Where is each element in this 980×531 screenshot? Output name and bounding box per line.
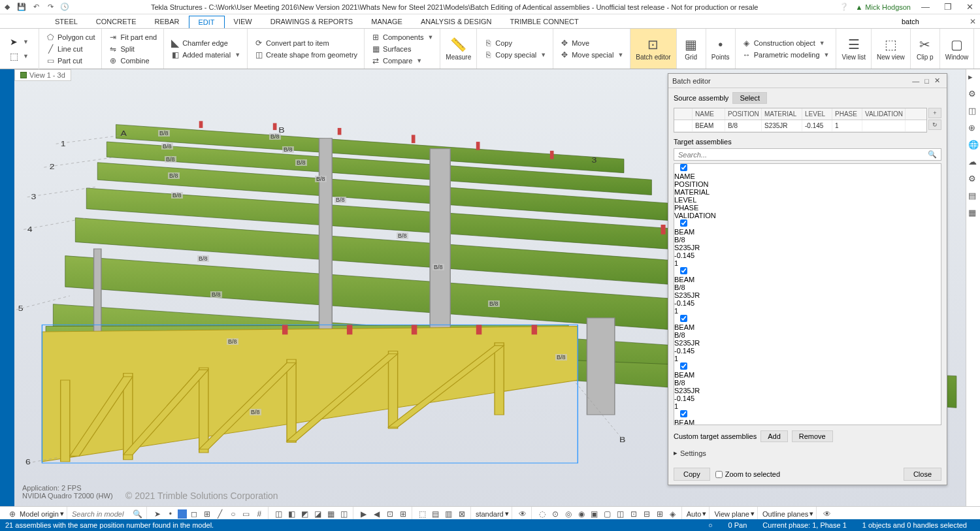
eye-icon[interactable]: 👁 [517, 508, 529, 520]
table-row[interactable]: BEAM B/8 S235JR -0.145 1 [674, 410, 941, 425]
tb-s-icon[interactable]: ▣ [589, 508, 600, 520]
col-position[interactable]: POSITION [725, 108, 762, 120]
tb-j-icon[interactable]: ⊞ [397, 508, 409, 520]
tb-u-icon[interactable]: ◫ [615, 508, 627, 520]
tb-e-icon[interactable]: ▦ [325, 508, 337, 520]
search-icon[interactable]: 🔍 [928, 150, 937, 159]
tb-b-icon[interactable]: ◧ [286, 508, 298, 520]
remove-button[interactable]: Remove [792, 430, 833, 442]
tb-w-icon[interactable]: ⊟ [641, 508, 653, 520]
combine-button[interactable]: ⊕Combine [107, 56, 158, 66]
select-button[interactable]: Select [732, 92, 767, 104]
viewplane-dropdown[interactable]: View plane ▾ [714, 509, 755, 518]
tab-edit[interactable]: EDIT [189, 16, 225, 28]
tb-n-icon[interactable]: ⊠ [456, 508, 468, 520]
measure-button[interactable]: 📏Measure [440, 29, 477, 69]
row-checkbox[interactable] [680, 267, 687, 274]
copy-button[interactable]: ⎘Copy [482, 38, 547, 48]
close-button[interactable]: ✕ [962, 2, 977, 12]
col-phase[interactable]: PHASE [832, 108, 862, 120]
row-checkbox[interactable] [680, 315, 687, 322]
batch-editor-button[interactable]: ⊡Batch editor [630, 29, 676, 69]
add-button[interactable]: Add [760, 430, 788, 442]
pick-icon[interactable]: ⬚ [10, 51, 20, 61]
move-button[interactable]: ✥Move [559, 38, 625, 48]
tb-o-icon[interactable]: ◌ [536, 508, 548, 520]
panel-minimize-icon[interactable]: — [909, 77, 922, 85]
model-search-icon[interactable]: 🔍 [132, 508, 144, 520]
tb-g-icon[interactable]: ▶ [358, 508, 370, 520]
tab-drawings[interactable]: DRAWINGS & REPORTS [261, 16, 363, 27]
new-view-button[interactable]: ⬚New view [872, 29, 911, 69]
refresh-source-icon[interactable]: ↻ [928, 120, 941, 130]
snap-circle-icon[interactable]: ○ [227, 508, 239, 520]
help-icon[interactable]: ❔ [840, 3, 849, 12]
origin-icon[interactable]: ⊕ [7, 508, 18, 520]
col-level[interactable]: LEVEL [802, 108, 832, 120]
move-special-button[interactable]: ✥Move special▼ [559, 50, 625, 60]
tb-q-icon[interactable]: ◎ [563, 508, 574, 520]
line-cut-button[interactable]: ╱Line cut [44, 44, 96, 54]
tb-k-icon[interactable]: ⬚ [417, 508, 429, 520]
undo-icon[interactable]: ↶ [31, 3, 41, 12]
rs-icon-8[interactable]: ▦ [968, 208, 979, 218]
select-arrow-icon[interactable]: ➤ [152, 508, 163, 520]
rs-icon-2[interactable]: ◫ [968, 106, 979, 116]
tab-analysis[interactable]: ANALYSIS & DESIGN [412, 16, 501, 27]
tb-c-icon[interactable]: ◩ [299, 508, 311, 520]
snap-dot-icon[interactable]: • [165, 508, 176, 520]
grid-button[interactable]: ▦Grid [677, 29, 706, 69]
tab-view[interactable]: VIEW [225, 16, 261, 27]
part-cut-button[interactable]: ▭Part cut [44, 56, 96, 66]
view-list-button[interactable]: ☰View list [836, 29, 872, 69]
create-shape-button[interactable]: ◫Create shape from geometry [253, 50, 359, 60]
snap-grid-icon[interactable]: ⊞ [201, 508, 213, 520]
tb-i-icon[interactable]: ⊡ [384, 508, 396, 520]
snap-rect-icon[interactable]: ▭ [240, 508, 252, 520]
construction-obj-button[interactable]: ◈Construction object▼ [741, 38, 831, 48]
tab-trimble[interactable]: TRIMBLE CONNECT [501, 16, 588, 27]
rs-icon-1[interactable]: ⚙ [968, 89, 979, 99]
tb-v-icon[interactable]: ⊡ [628, 508, 640, 520]
standard-dropdown[interactable]: standard ▾ [476, 509, 509, 518]
points-button[interactable]: •Points [706, 29, 736, 69]
minimize-button[interactable]: — [917, 2, 934, 12]
outline-dropdown[interactable]: Outline planes ▾ [762, 509, 813, 518]
rs-icon-5[interactable]: ☁ [968, 157, 979, 167]
viewport[interactable]: View 1 - 3d [14, 69, 966, 511]
tb-d-icon[interactable]: ◪ [312, 508, 324, 520]
model-search-input[interactable] [72, 510, 131, 518]
panel-maximize-icon[interactable]: □ [922, 77, 932, 85]
table-row[interactable]: BEAM B/8 S235JR -0.145 1 [674, 267, 941, 315]
col-validation[interactable]: VALIDATION [862, 108, 906, 120]
source-row[interactable]: BEAM B/8 S235JR -0.145 1 [674, 120, 926, 132]
col-name[interactable]: NAME [693, 108, 725, 120]
panel-titlebar[interactable]: Batch editor — □ ✕ [668, 74, 947, 88]
tb-f-icon[interactable]: ◫ [338, 508, 350, 520]
history-icon[interactable]: 🕓 [60, 3, 69, 12]
clear-search-icon[interactable]: ✕ [970, 17, 976, 26]
fit-part-button[interactable]: ⇥Fit part end [107, 32, 158, 42]
auto-dropdown[interactable]: Auto ▾ [687, 509, 707, 518]
tb-h-icon[interactable]: ◀ [371, 508, 383, 520]
row-checkbox[interactable] [680, 410, 687, 417]
add-source-icon[interactable]: + [928, 108, 941, 118]
tb-m-icon[interactable]: ▥ [443, 508, 455, 520]
added-material-button[interactable]: ◧Added material▼ [169, 50, 242, 60]
rs-icon-6[interactable]: ⚙ [968, 174, 979, 184]
chamfer-button[interactable]: ◣Chamfer edge [169, 38, 242, 48]
surfaces-button[interactable]: ▦Surfaces [370, 44, 434, 54]
expand-right-icon[interactable]: ▸ [968, 72, 979, 82]
panel-close-icon[interactable]: ✕ [932, 76, 943, 85]
tb-r-icon[interactable]: ◉ [576, 508, 587, 520]
row-checkbox[interactable] [680, 362, 687, 370]
compare-button[interactable]: ⇄Compare▼ [370, 56, 434, 66]
table-row[interactable]: BEAM B/8 S235JR -0.145 1 [674, 315, 941, 362]
snap-hash-icon[interactable]: # [253, 508, 265, 520]
check-all[interactable] [680, 164, 687, 171]
copy-batch-button[interactable]: Copy [674, 468, 710, 481]
snap-solid-icon[interactable] [178, 509, 187, 519]
pointer-icon[interactable]: ➤ [10, 37, 20, 47]
tab-rebar[interactable]: REBAR [146, 16, 189, 27]
rs-icon-3[interactable]: ⊕ [968, 123, 979, 133]
